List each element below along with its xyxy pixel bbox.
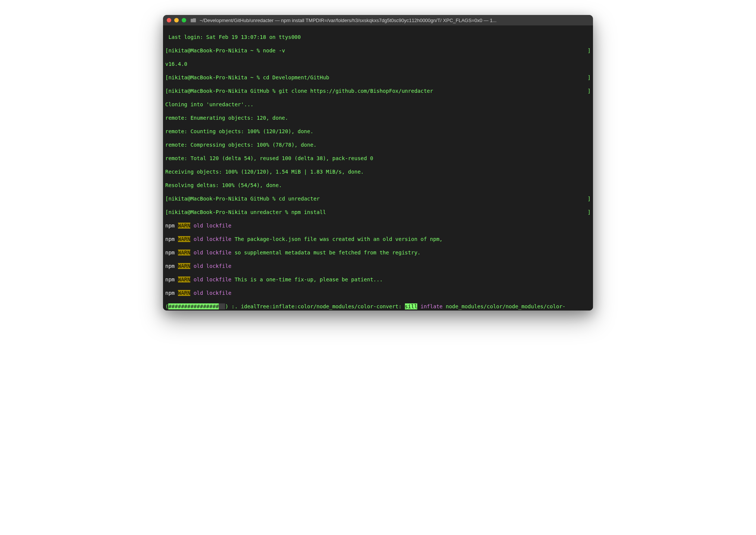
folder-icon xyxy=(191,18,196,22)
resolving-deltas: Resolving deltas: 100% (54/54), done. xyxy=(165,182,591,189)
terminal-body[interactable]: Last login: Sat Feb 19 13:07:18 on ttys0… xyxy=(163,25,593,311)
warn-tag: WARN xyxy=(178,236,191,242)
bracket-close: ] xyxy=(588,209,591,215)
npm-label: npm xyxy=(165,263,178,269)
maximize-button[interactable] xyxy=(182,18,186,22)
warn-msg xyxy=(231,263,234,269)
warn-msg xyxy=(231,223,234,229)
progress-close: ) xyxy=(225,303,231,309)
prompt-path: ~ xyxy=(247,48,256,54)
inflate-word: inflate xyxy=(421,303,443,309)
warn-tag: WARN xyxy=(178,290,191,296)
warn-msg xyxy=(231,290,234,296)
traffic-lights xyxy=(167,18,186,22)
bracket-close: ] xyxy=(588,88,591,94)
clone-into-line: Cloning into 'unredacter'... xyxy=(165,101,591,108)
prompt-path: GitHub xyxy=(247,196,272,202)
window-titlebar: ~/Development/GitHub/unredacter — npm in… xyxy=(163,15,593,25)
inflate-path: node_modules/color/node_modules/color- xyxy=(443,303,566,309)
prompt-1: [nikita@MacBook-Pro-Nikita ~ % node -v] xyxy=(165,47,591,54)
idealtree-text: idealTree:inflate:color/node_modules/col… xyxy=(241,303,405,309)
prompt-user: nikita@MacBook-Pro-Nikita xyxy=(168,209,247,215)
sill-space xyxy=(417,303,420,309)
minimize-button[interactable] xyxy=(174,18,179,22)
npm-warn-line-5: npm WARN old lockfile This is a one-time… xyxy=(165,276,591,283)
node-version: v16.4.0 xyxy=(165,61,591,67)
old-lockfile: old lockfile xyxy=(190,263,231,269)
warn-tag: WARN xyxy=(178,263,191,269)
command-node-v: node -v xyxy=(263,48,285,54)
prompt-path: unredacter xyxy=(247,209,285,215)
npm-label: npm xyxy=(165,223,178,229)
terminal-window: ~/Development/GitHub/unredacter — npm in… xyxy=(163,15,593,311)
command-git-clone: git clone https://github.com/BishopFox/u… xyxy=(279,88,433,94)
old-lockfile: old lockfile xyxy=(190,250,231,256)
command-cd-unredacter: cd unredacter xyxy=(279,196,320,202)
prompt-user: nikita@MacBook-Pro-Nikita xyxy=(168,74,247,80)
npm-warn-line-3: npm WARN old lockfile so supplemental me… xyxy=(165,249,591,256)
progress-line: (##################) :. idealTree:inflat… xyxy=(165,303,591,310)
warn-tag: WARN xyxy=(178,250,191,256)
remote-compressing: remote: Compressing objects: 100% (78/78… xyxy=(165,141,591,148)
last-login-line: Last login: Sat Feb 19 13:07:18 on ttys0… xyxy=(165,34,591,40)
npm-warn-line-6: npm WARN old lockfile xyxy=(165,290,591,296)
remote-enumerating: remote: Enumerating objects: 120, done. xyxy=(165,114,591,121)
warn-msg: so supplemental metadata must be fetched… xyxy=(231,250,421,256)
old-lockfile: old lockfile xyxy=(190,236,231,242)
window-title: ~/Development/GitHub/unredacter — npm in… xyxy=(200,18,497,23)
prompt-user: nikita@MacBook-Pro-Nikita xyxy=(168,48,247,54)
bracket-close: ] xyxy=(588,47,591,54)
npm-label: npm xyxy=(165,250,178,256)
remote-total: remote: Total 120 (delta 54), reused 100… xyxy=(165,155,591,162)
remote-counting: remote: Counting objects: 100% (120/120)… xyxy=(165,128,591,135)
npm-warn-line-4: npm WARN old lockfile xyxy=(165,263,591,269)
old-lockfile: old lockfile xyxy=(190,276,231,282)
prompt-symbol: % xyxy=(256,74,263,80)
close-button[interactable] xyxy=(167,18,171,22)
progress-fill: ################ xyxy=(168,303,219,309)
prompt-path: GitHub xyxy=(247,88,272,94)
command-cd-dev: cd Development/GitHub xyxy=(263,74,329,80)
prompt-5: [nikita@MacBook-Pro-Nikita unredacter % … xyxy=(165,209,591,215)
progress-shade: ## xyxy=(219,303,225,309)
prompt-symbol: % xyxy=(273,196,279,202)
warn-tag: WARN xyxy=(178,223,191,229)
npm-label: npm xyxy=(165,236,178,242)
prompt-user: nikita@MacBook-Pro-Nikita xyxy=(168,88,247,94)
npm-label: npm xyxy=(165,276,178,282)
prompt-2: [nikita@MacBook-Pro-Nikita ~ % cd Develo… xyxy=(165,74,591,81)
prompt-symbol: % xyxy=(256,48,263,54)
prompt-path: ~ xyxy=(247,74,256,80)
bracket-close: ] xyxy=(588,74,591,81)
warn-tag: WARN xyxy=(178,276,191,282)
sill-tag: sill xyxy=(405,303,418,309)
npm-warn-line-1: npm WARN old lockfile xyxy=(165,222,591,229)
npm-warn-line-2: npm WARN old lockfile The package-lock.j… xyxy=(165,236,591,242)
prompt-user: nikita@MacBook-Pro-Nikita xyxy=(168,196,247,202)
command-npm-install: npm install xyxy=(291,209,326,215)
old-lockfile: old lockfile xyxy=(190,290,231,296)
npm-label: npm xyxy=(165,290,178,296)
prompt-4: [nikita@MacBook-Pro-Nikita GitHub % cd u… xyxy=(165,195,591,202)
prompt-symbol: % xyxy=(285,209,291,215)
warn-msg: The package-lock.json file was created w… xyxy=(231,236,443,242)
receiving-objects: Receiving objects: 100% (120/120), 1.54 … xyxy=(165,168,591,175)
prompt-3: [nikita@MacBook-Pro-Nikita GitHub % git … xyxy=(165,88,591,94)
warn-msg: This is a one-time fix-up, please be pat… xyxy=(231,276,383,282)
progress-spinner: :. xyxy=(231,303,241,309)
prompt-symbol: % xyxy=(273,88,279,94)
bracket-close: ] xyxy=(588,195,591,202)
old-lockfile: old lockfile xyxy=(190,223,231,229)
